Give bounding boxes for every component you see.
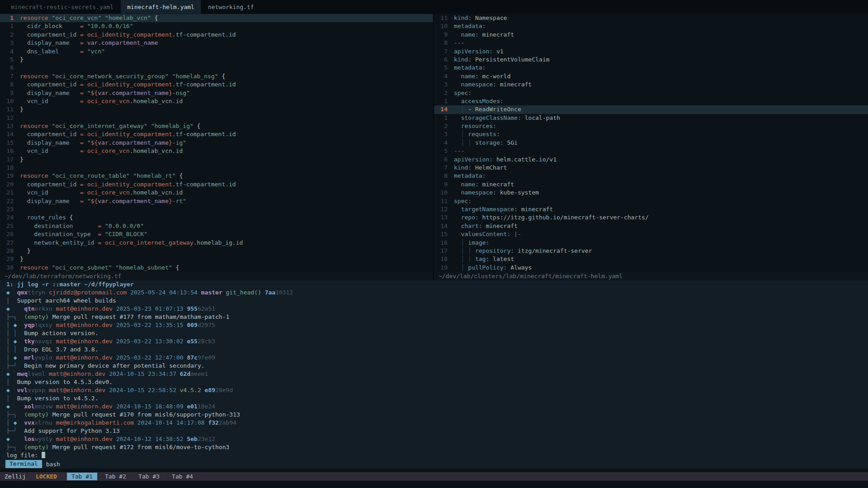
line-number: 5 bbox=[434, 64, 448, 72]
log-line: ◆ vvlsvpxp matt@einhorn.dev 2024-10-15 2… bbox=[6, 386, 868, 394]
log-line: │ ◆ mrlyvplo matt@einhorn.dev 2025-03-22… bbox=[6, 354, 868, 362]
code-line: 7apiVersion: v1 bbox=[434, 47, 868, 56]
terminal-cursor bbox=[42, 452, 45, 458]
bufferline-tab-minecraft-helm-yaml[interactable]: minecraft-helm.yaml bbox=[121, 0, 201, 14]
line-number: 15 bbox=[434, 230, 448, 238]
log-line: │ Support aarch64 wheel builds bbox=[6, 297, 868, 305]
code-line: 11} bbox=[0, 105, 433, 114]
code-line: 14 │ - ReadWriteOnce bbox=[434, 105, 868, 114]
line-number: 5 bbox=[0, 56, 14, 64]
code-line: 11kind: Namespace bbox=[434, 14, 868, 22]
log-line: │ │ Drop EOL 3.7 and 3.8. bbox=[6, 346, 868, 354]
line-number: 27 bbox=[0, 239, 14, 247]
code-line: 13resource "oci_core_internet_gateway" "… bbox=[0, 122, 433, 130]
code-line: 29} bbox=[0, 255, 433, 263]
zellij-tab-tab-3[interactable]: Tab #3 bbox=[134, 473, 164, 480]
line-number: 1 bbox=[434, 114, 448, 122]
code-line: 14 compartment_id = oci_identity_compart… bbox=[0, 130, 433, 138]
line-number: 17 bbox=[0, 156, 14, 164]
code-line: 6kind: PersistentVolumeClaim bbox=[434, 56, 868, 64]
line-number: 13 bbox=[0, 122, 14, 130]
line-number: 26 bbox=[0, 230, 14, 238]
zellij-tab-tab-4[interactable]: Tab #4 bbox=[167, 473, 198, 480]
line-number: 28 bbox=[0, 247, 14, 255]
zellij-tab-tab-1[interactable]: Tab #1 bbox=[67, 473, 97, 480]
zellij-screen: minecraft-restic-secrets.yamlminecraft-h… bbox=[0, 0, 868, 488]
line-number: 22 bbox=[0, 197, 14, 205]
line-number: 9 bbox=[434, 180, 448, 189]
line-number: 10 bbox=[0, 97, 14, 105]
log-line: ◆ qtnorkxn matt@einhorn.dev 2025-03-23 0… bbox=[6, 305, 868, 313]
code-line: 13 repo: https://itzg.github.io/minecraf… bbox=[434, 213, 868, 222]
line-number: 12 bbox=[434, 205, 448, 213]
code-line: 8metadata: bbox=[434, 172, 868, 180]
line-number: 7 bbox=[434, 164, 448, 172]
line-number: 2 bbox=[0, 31, 14, 39]
line-number: 6 bbox=[434, 156, 448, 164]
line-number: 3 bbox=[0, 39, 14, 47]
log-line: ◆ loswysty matt@einhorn.dev 2024-10-12 1… bbox=[6, 435, 868, 443]
line-number: 4 bbox=[434, 72, 448, 81]
code-line: 2 resources: bbox=[434, 122, 868, 130]
code-line: 8 compartment_id = oci_identity_compartm… bbox=[0, 81, 433, 89]
line-number: 3 bbox=[434, 130, 448, 138]
terminal-pane[interactable]: 1: jj log -r ::master ~/d/ffpyplayer ◆ q… bbox=[0, 280, 868, 460]
line-number: 19 bbox=[0, 172, 14, 180]
line-number: 16 bbox=[0, 147, 14, 155]
code-line: 9 display_name = "${var.compartment_name… bbox=[0, 89, 433, 97]
zellij-logo-label: Zellij bbox=[5, 473, 26, 480]
pane-title-bar: Terminal bash bbox=[0, 460, 868, 469]
zellij-tab-tab-2[interactable]: Tab #2 bbox=[100, 473, 131, 480]
code-line: 10 vcn_id = oci_core_vcn.homelab_vcn.id bbox=[0, 97, 433, 105]
code-line: 18 │ │ tag: latest bbox=[434, 255, 868, 263]
code-line: 17 │ │ repository: itzg/minecraft-server bbox=[434, 247, 868, 255]
line-number: 2 bbox=[434, 122, 448, 130]
line-number: 21 bbox=[0, 189, 14, 197]
code-line: 1 cidr_block = "10.0.0.0/16" bbox=[0, 22, 433, 30]
log-line: ├─╯ Add support for Python 3.13 bbox=[6, 427, 868, 435]
line-number: 3 bbox=[434, 81, 448, 89]
code-line: 15 display_name = "${var.compartment_nam… bbox=[0, 139, 433, 147]
line-number: 1 bbox=[434, 97, 448, 105]
editor-pane-networking-tf[interactable]: 1resource "oci_core_vcn" "homelab_vcn" {… bbox=[0, 14, 434, 280]
bufferline-tab-networking-tf[interactable]: networking.tf bbox=[202, 0, 261, 14]
line-number: 20 bbox=[0, 180, 14, 189]
zellij-status-bar: Zellij LOCKED Tab #1Tab #2Tab #3Tab #4 bbox=[0, 472, 868, 481]
code-line: 6apiVersion: helm.cattle.io/v1 bbox=[434, 156, 868, 164]
code-line: 4 name: mc-world bbox=[434, 72, 868, 81]
code-line: 12 bbox=[0, 114, 433, 122]
terminal-prompt-row[interactable]: log file: bbox=[6, 451, 868, 460]
line-number: 7 bbox=[434, 47, 448, 56]
line-number: 15 bbox=[0, 139, 14, 147]
line-number: 7 bbox=[0, 72, 14, 81]
line-number: 17 bbox=[434, 247, 448, 255]
code-line: 19resource "oci_core_route_table" "homel… bbox=[0, 172, 433, 180]
line-number: 18 bbox=[434, 255, 448, 263]
code-line: 16 vcn_id = oci_core_vcn.homelab_vcn.id bbox=[0, 147, 433, 155]
code-area-terraform[interactable]: 1resource "oci_core_vcn" "homelab_vcn" {… bbox=[0, 14, 433, 272]
code-line: 3 │ requests: bbox=[434, 130, 868, 138]
code-area-yaml[interactable]: 11kind: Namespace10metadata:9 name: mine… bbox=[434, 14, 868, 272]
line-number: 30 bbox=[0, 264, 14, 272]
line-number: 14 bbox=[0, 130, 14, 138]
pane-title-chip[interactable]: Terminal bbox=[5, 460, 42, 468]
bufferline-tab-minecraft-restic-secrets-yaml[interactable]: minecraft-restic-secrets.yaml bbox=[5, 0, 120, 14]
log-line: ├─╮ (empty) Merge pull request #177 from… bbox=[6, 313, 868, 321]
code-line: 1resource "oci_core_vcn" "homelab_vcn" { bbox=[0, 14, 433, 22]
code-line: 8--- bbox=[434, 39, 868, 47]
bottom-filler bbox=[0, 481, 868, 488]
log-line: │ ◆ yqptqxsy matt@einhorn.dev 2025-03-22… bbox=[6, 321, 868, 329]
code-line: 9 name: minecraft bbox=[434, 31, 868, 39]
line-number: 4 bbox=[434, 139, 448, 147]
line-number: 6 bbox=[0, 64, 14, 72]
line-number: 24 bbox=[0, 213, 14, 222]
line-number: 23 bbox=[0, 205, 14, 213]
editor-pane-minecraft-helm-yaml[interactable]: 11kind: Namespace10metadata:9 name: mine… bbox=[434, 14, 868, 280]
code-line: 10 namespace: kube-system bbox=[434, 189, 868, 197]
log-line: ├─╮ (empty) Merge pull request #170 from… bbox=[6, 411, 868, 419]
code-line: 7resource "oci_core_network_security_gro… bbox=[0, 72, 433, 81]
code-line: 1 accessModes: bbox=[434, 97, 868, 105]
statusline-left-path: ~/dev/lab/terraform/networking.tf bbox=[0, 272, 433, 280]
line-number: 9 bbox=[0, 89, 14, 97]
code-line: 5--- bbox=[434, 147, 868, 155]
